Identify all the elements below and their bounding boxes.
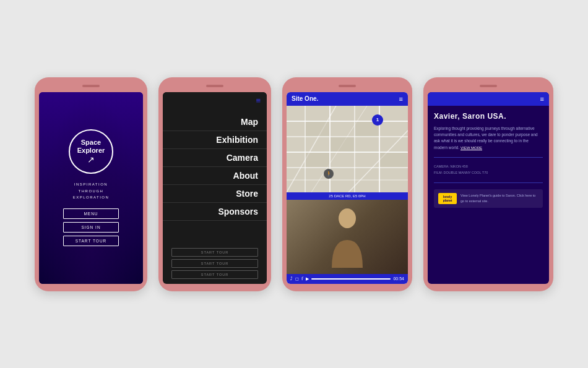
- phone1-button-group: MENU SIGN IN START TOUR: [63, 208, 119, 246]
- phone2-footer: START TOUR START TOUR START TOUR: [163, 243, 267, 284]
- footer-start-tour-1[interactable]: START TOUR: [171, 248, 258, 257]
- view-more-link[interactable]: VIEW MORE: [460, 146, 482, 150]
- phone2-menu: Map Exhibition Camera About Store Sponso…: [163, 107, 267, 243]
- map-address: 25 DACE RD, E5 0PH: [287, 192, 408, 200]
- phone4-topbar: ≡: [428, 92, 549, 106]
- tagline: INSPIRATION THROUGH EXPLORATION: [73, 181, 110, 201]
- share-icon[interactable]: ⤴: [290, 276, 293, 281]
- hamburger-icon[interactable]: ≡: [256, 96, 261, 105]
- lonely-planet-section: lonelyplanet View Lonely Planet's guide …: [434, 189, 543, 208]
- svg-rect-12: [306, 122, 329, 136]
- menu-item-sponsors[interactable]: Sponsors: [163, 203, 267, 221]
- phone-2-screen: ≡ Map Exhibition Camera About Store Spon…: [163, 92, 267, 284]
- map-svg: [287, 106, 408, 192]
- twitter-icon[interactable]: 𝕗: [301, 276, 303, 281]
- footer-start-tour-2[interactable]: START TOUR: [171, 259, 258, 268]
- phone2-header: ≡: [163, 92, 267, 107]
- phone-1-screen: Space Explorer ↗ INSPIRATION THROUGH EXP…: [39, 92, 143, 284]
- svg-line-9: [287, 106, 336, 192]
- phone-2-speaker: [206, 85, 223, 87]
- phone3-topbar: Site One. ≡: [287, 92, 408, 106]
- play-icon[interactable]: ▶: [306, 276, 309, 281]
- lonely-planet-logo: lonelyplanet: [438, 193, 457, 204]
- camera-info: CAMERA: NIKON 458 FILM: DOUBLE MANNY COO…: [434, 164, 543, 176]
- phone4-hamburger-icon[interactable]: ≡: [540, 95, 544, 103]
- phone3-controls: ⤴ ◻ 𝕗 ▶ 00:54: [287, 274, 408, 284]
- footer-start-tour-3[interactable]: START TOUR: [171, 270, 258, 279]
- phone-1-speaker: [82, 85, 100, 87]
- map-person-pin: 🚶: [324, 169, 334, 179]
- divider-2: [434, 182, 543, 183]
- svg-rect-15: [306, 153, 329, 167]
- phone-4-speaker: [480, 85, 497, 87]
- phone3-hamburger-icon[interactable]: ≡: [399, 95, 403, 103]
- start-tour-button[interactable]: START TOUR: [63, 236, 119, 246]
- svg-rect-13: [331, 137, 354, 152]
- menu-item-about[interactable]: About: [163, 167, 267, 185]
- menu-button[interactable]: MENU: [63, 208, 119, 219]
- lonely-planet-text[interactable]: View Lonely Planet's guide to Saron. Cli…: [460, 193, 538, 204]
- progress-bar: [311, 278, 391, 280]
- phone3-map: 1 🚶: [287, 106, 408, 192]
- person-silhouette: [322, 206, 372, 268]
- logo-text: Space Explorer: [77, 139, 105, 155]
- phone3-photo: [287, 200, 408, 274]
- duration: 00:54: [393, 276, 404, 281]
- phone-3-screen: Site One. ≡: [287, 92, 408, 284]
- phone3-title: Site One.: [292, 95, 318, 102]
- phone4-description: Exploring thought provoking journeys thr…: [434, 126, 543, 152]
- menu-item-store[interactable]: Store: [163, 185, 267, 203]
- svg-rect-16: [380, 153, 407, 167]
- phone-3-speaker: [339, 85, 356, 87]
- menu-item-camera[interactable]: Camera: [163, 149, 267, 167]
- logo-arrow-icon: ↗: [87, 155, 95, 165]
- svg-point-17: [339, 208, 356, 228]
- phone-3: Site One. ≡: [282, 77, 412, 291]
- phone4-content: Xavier, Saron USA. Exploring thought pro…: [428, 106, 549, 284]
- phone-1: Space Explorer ↗ INSPIRATION THROUGH EXP…: [35, 77, 147, 291]
- map-number-pin: 1: [372, 114, 383, 126]
- menu-item-map[interactable]: Map: [163, 113, 267, 131]
- phone-4: ≡ Xavier, Saron USA. Exploring thought p…: [423, 77, 553, 291]
- menu-item-exhibition[interactable]: Exhibition: [163, 131, 267, 149]
- phone-2: ≡ Map Exhibition Camera About Store Spon…: [158, 77, 271, 291]
- phone-4-screen: ≡ Xavier, Saron USA. Exploring thought p…: [428, 92, 549, 284]
- logo-circle: Space Explorer ↗: [69, 129, 113, 174]
- instagram-icon[interactable]: ◻: [295, 276, 299, 281]
- phone4-title: Xavier, Saron USA.: [434, 112, 543, 121]
- divider-1: [434, 157, 543, 158]
- signin-button[interactable]: SIGN IN: [63, 222, 119, 233]
